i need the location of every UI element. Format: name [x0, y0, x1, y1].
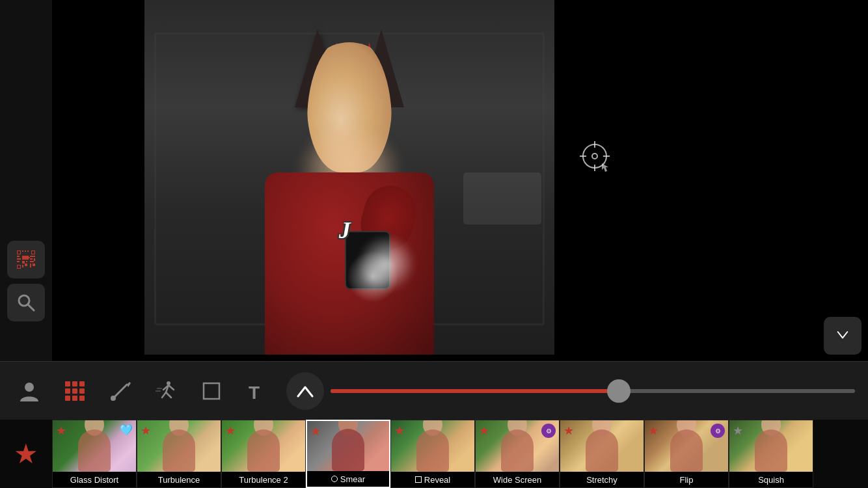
starred-icon: ★: [310, 424, 321, 439]
crosshair-svg: [578, 140, 611, 172]
effect-label-stretchy: Stretchy: [560, 472, 644, 487]
grid-icon: [63, 379, 87, 403]
effect-thumb-reveal: ★: [391, 420, 474, 472]
svg-rect-9: [17, 256, 20, 257]
starred-icon: ★: [394, 424, 405, 438]
svg-rect-17: [30, 256, 35, 257]
effect-flip[interactable]: ★ ⚙ Flip: [644, 420, 729, 488]
toolbar: T: [0, 361, 868, 420]
svg-line-51: [169, 385, 174, 390]
svg-rect-37: [65, 388, 70, 394]
svg-rect-21: [30, 264, 31, 267]
effect-thumb-flip: ★ ⚙: [645, 420, 728, 472]
svg-line-48: [162, 392, 166, 398]
preview-canvas: J: [144, 0, 554, 355]
effects-strip: ★ ★ 🩵 Glass Distort: [0, 420, 868, 488]
effect-thumb-smear: ★: [307, 421, 389, 471]
search-icon: [16, 292, 36, 313]
starred-icon: ★: [225, 424, 236, 438]
thumb-body: [416, 429, 449, 472]
top-area: J: [0, 0, 868, 361]
effect-slider[interactable]: [331, 389, 855, 393]
svg-rect-7: [32, 251, 34, 254]
svg-rect-42: [79, 396, 85, 401]
grid-button[interactable]: [52, 368, 98, 414]
starred-icon: ★: [648, 424, 658, 438]
effect-stretchy[interactable]: ★ Stretchy: [560, 420, 644, 488]
motion-button[interactable]: [143, 368, 189, 414]
brush-button[interactable]: [98, 368, 143, 414]
effect-glass-distort[interactable]: ★ 🩵 Glass Distort: [52, 420, 137, 488]
text-icon: T: [245, 379, 269, 403]
active-indicator-square: [415, 476, 422, 483]
effect-thumb-wide-screen: ★ ⚙: [476, 420, 559, 472]
search-button[interactable]: [7, 284, 45, 321]
purple-badge: ⚙: [541, 424, 556, 438]
effect-name-turbulence: Turbulence: [158, 475, 200, 485]
svg-point-28: [592, 154, 597, 159]
svg-rect-10: [17, 258, 21, 260]
effect-label-squish: Squish: [729, 472, 813, 487]
effect-reveal[interactable]: ★ Reveal: [390, 420, 475, 488]
effect-name-wide-screen: Wide Screen: [493, 475, 541, 485]
svg-rect-1: [22, 251, 23, 252]
svg-rect-6: [18, 251, 20, 254]
effect-turbulence[interactable]: ★ Turbulence: [137, 420, 221, 488]
motion-icon: [154, 379, 178, 403]
svg-rect-13: [22, 261, 25, 264]
slider-thumb[interactable]: [607, 379, 631, 403]
distorted-figure: J: [219, 29, 480, 355]
effect-squish[interactable]: ★ Squish: [729, 420, 813, 488]
svg-line-26: [28, 305, 34, 310]
svg-rect-40: [65, 396, 70, 401]
thumb-body: [78, 429, 111, 472]
portrait-icon: [18, 379, 41, 403]
effect-label-reveal: Reveal: [391, 472, 474, 487]
thumb-body: [670, 429, 703, 472]
text-button[interactable]: T: [234, 368, 280, 414]
portrait-button[interactable]: [7, 368, 52, 414]
chevron-down-button[interactable]: [824, 317, 861, 355]
phone-glow: [347, 251, 399, 303]
starred-icon: ★: [563, 424, 574, 438]
svg-point-45: [111, 396, 116, 401]
svg-rect-3: [27, 251, 29, 252]
effect-turbulence-2[interactable]: ★ Turbulence 2: [221, 420, 306, 488]
expand-button[interactable]: [286, 372, 324, 410]
effect-wide-screen[interactable]: ★ ⚙ Wide Screen: [475, 420, 560, 488]
heart-icon: 🩵: [120, 424, 133, 436]
svg-rect-18: [30, 258, 33, 260]
effect-name-smear: Smear: [340, 474, 365, 484]
svg-rect-20: [30, 261, 34, 262]
qr-button[interactable]: [7, 241, 45, 278]
svg-rect-54: [204, 383, 219, 399]
unstarred-icon: ★: [733, 424, 743, 438]
svg-rect-14: [26, 261, 27, 262]
effect-label-smear: Smear: [307, 471, 389, 487]
svg-rect-8: [18, 265, 20, 268]
svg-rect-15: [27, 256, 29, 257]
chevron-up-icon: [295, 385, 315, 398]
purple-badge-flip: ⚙: [711, 424, 725, 438]
svg-text:T: T: [249, 383, 260, 403]
favorites-button[interactable]: ★: [0, 420, 52, 488]
starred-icon: ★: [56, 424, 66, 438]
thumb-body: [163, 429, 195, 472]
chevron-down-icon: [833, 329, 852, 342]
shape-icon: [200, 379, 223, 403]
shape-button[interactable]: [189, 368, 234, 414]
svg-rect-34: [65, 381, 70, 386]
svg-marker-44: [127, 382, 131, 387]
svg-rect-22: [33, 264, 35, 266]
left-sidebar: [0, 0, 52, 361]
crosshair-icon[interactable]: [578, 140, 611, 172]
svg-rect-11: [17, 261, 20, 262]
slider-fill: [331, 389, 619, 393]
thumb-body: [755, 429, 787, 472]
effect-smear[interactable]: ★ Smear: [306, 420, 390, 488]
effect-thumb-turbulence-2: ★: [222, 420, 305, 472]
qr-icon: [16, 249, 36, 270]
preview-image: J: [144, 0, 554, 355]
effect-name-squish: Squish: [758, 475, 784, 485]
svg-rect-24: [22, 265, 23, 267]
